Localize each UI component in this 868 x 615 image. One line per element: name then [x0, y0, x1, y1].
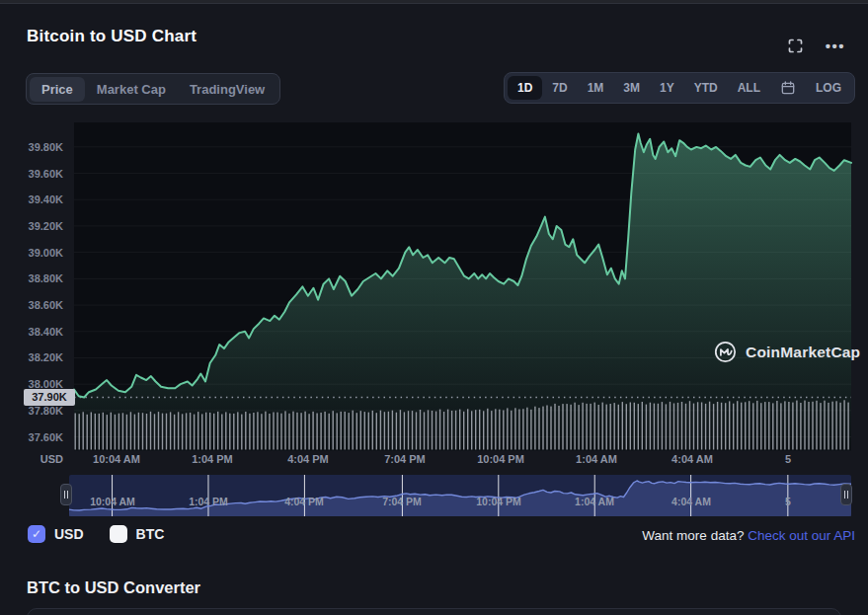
btc-checkbox[interactable]: ✓ [110, 525, 127, 543]
y-tick-label: 38.40K [14, 326, 63, 338]
volume-bar [792, 403, 793, 450]
range-7d[interactable]: 7D [542, 76, 577, 100]
y-tick-label: 39.60K [14, 168, 63, 180]
x-tick-label: 5 [749, 453, 828, 465]
range-1y[interactable]: 1Y [650, 76, 684, 100]
volume-bar [839, 403, 840, 450]
toggle-btc[interactable]: ✓BTC [110, 525, 165, 543]
navigator-tick-label: 5 [749, 496, 828, 507]
volume-bar [768, 402, 769, 449]
volume-bar [376, 413, 377, 449]
x-tick-label: 10:04 AM [77, 453, 156, 465]
volume-bar [209, 413, 210, 450]
volume-bar [241, 415, 242, 450]
volume-bar [353, 411, 354, 450]
volume-bar [586, 404, 587, 450]
volume-bar [630, 403, 631, 450]
x-tick-label: 4:04 AM [653, 453, 732, 465]
volume-bar [514, 408, 515, 449]
fullscreen-icon[interactable] [785, 36, 805, 55]
volume-bar [756, 401, 757, 450]
volume-bar [816, 401, 817, 450]
volume-bar [364, 412, 365, 449]
volume-bar [828, 403, 829, 450]
volume-bar [634, 403, 635, 450]
volume-bar [737, 401, 738, 449]
volume-bar [384, 412, 385, 449]
volume-bar [650, 403, 651, 450]
volume-bar [261, 414, 262, 449]
y-tick-label: 38.20K [14, 351, 63, 363]
volume-bar [79, 414, 80, 449]
volume-bar [566, 404, 567, 449]
coinmarketcap-logo-icon [713, 340, 738, 364]
volume-bar [111, 413, 112, 450]
range-1d[interactable]: 1D [508, 76, 542, 100]
volume-bar [308, 414, 309, 449]
volume-bar [170, 412, 171, 449]
range-ytd[interactable]: YTD [684, 76, 728, 100]
converter-input[interactable] [27, 608, 841, 615]
volume-bar [796, 401, 797, 450]
volume-bar [673, 404, 674, 450]
calendar-icon[interactable] [770, 75, 806, 101]
volume-bar [662, 402, 663, 449]
volume-bar [292, 412, 293, 450]
x-tick-label: 10:04 PM [461, 453, 540, 465]
volume-bar [205, 413, 206, 450]
volume-bar [404, 412, 405, 449]
tab-price[interactable]: Price [30, 77, 85, 102]
volume-bar [103, 413, 104, 450]
range-log[interactable]: LOG [806, 76, 851, 100]
currency-toggles: ✓USD✓BTC [28, 525, 164, 543]
volume-bar [118, 414, 119, 450]
volume-bar [150, 412, 151, 450]
volume-bar [269, 414, 270, 450]
volume-bar [578, 405, 579, 449]
usd-checkbox[interactable]: ✓ [28, 525, 45, 543]
volume-bar [115, 415, 116, 450]
volume-bar [368, 413, 369, 450]
volume-bar [721, 403, 722, 450]
volume-bar [594, 403, 595, 450]
navigator-left-handle[interactable] [60, 484, 72, 505]
toggle-usd[interactable]: ✓USD [28, 525, 84, 543]
api-link[interactable]: Check out our API [748, 528, 855, 543]
volume-bar [107, 415, 108, 449]
volume-bar [324, 412, 325, 450]
volume-bar [435, 412, 436, 450]
volume-bar [610, 404, 611, 450]
volume-bar [824, 401, 825, 450]
volume-bar [507, 408, 508, 449]
volume-bar [618, 405, 619, 450]
volume-bar [265, 412, 266, 450]
navigator-right-handle[interactable] [840, 484, 852, 505]
navigator-tick-label: 4:04 AM [652, 496, 731, 507]
volume-bar [432, 411, 433, 450]
tab-market-cap[interactable]: Market Cap [85, 77, 178, 102]
y-tick-label: 37.60K [14, 431, 63, 443]
volume-bar [574, 403, 575, 450]
volume-bar [312, 412, 313, 450]
tab-tradingview[interactable]: TradingView [178, 77, 276, 102]
volume-bar [614, 403, 615, 449]
volume-bar [142, 413, 143, 449]
more-dots-icon[interactable]: ••• [823, 36, 848, 55]
volume-bar [685, 404, 686, 450]
volume-bar [598, 405, 599, 450]
volume-bar [562, 404, 563, 449]
top-divider [0, 0, 868, 4]
volume-bar [439, 410, 440, 450]
volume-bar [843, 400, 844, 449]
volume-bar [257, 412, 258, 449]
volume-bar [717, 402, 718, 450]
range-all[interactable]: ALL [728, 76, 770, 100]
volume-bar [558, 406, 559, 450]
volume-bar [554, 404, 555, 450]
volume-bar [820, 403, 821, 449]
volume-bar [190, 413, 191, 450]
volume-bar [534, 407, 535, 450]
volume-bar [408, 411, 409, 449]
range-1m[interactable]: 1M [578, 76, 614, 100]
range-3m[interactable]: 3M [613, 76, 650, 100]
